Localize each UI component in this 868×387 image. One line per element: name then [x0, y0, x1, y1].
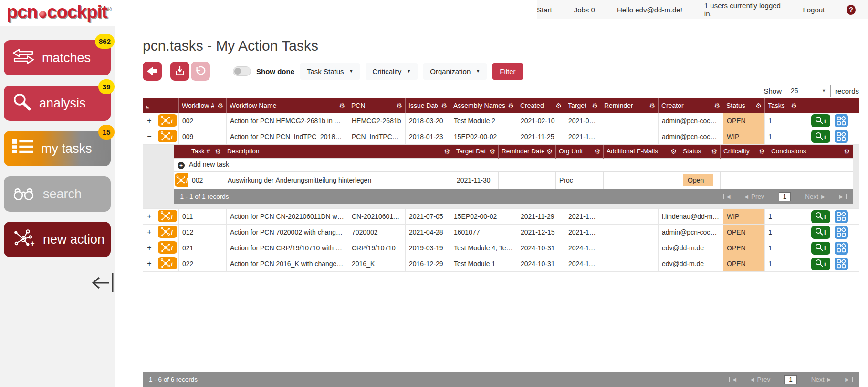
- analysis-info-button[interactable]: i: [811, 114, 830, 127]
- add-new-task-row[interactable]: +Add new task: [174, 159, 853, 172]
- analysis-info-button[interactable]: i: [811, 130, 830, 143]
- table-row[interactable]: + i 002 Action for PCN HEMCG2-2681b in A…: [143, 113, 859, 129]
- analysis-info-button[interactable]: i: [811, 242, 830, 255]
- current-page[interactable]: 1: [779, 192, 791, 201]
- header-reminder[interactable]: Reminder⚙: [601, 98, 659, 113]
- analysis-info-button[interactable]: i: [811, 258, 830, 270]
- filter-button[interactable]: Filter: [492, 63, 523, 80]
- table-row[interactable]: − i 009 Action for PCN PCN_IndTPC_201801…: [143, 129, 859, 144]
- column-settings-icon[interactable]: ⚙: [544, 148, 553, 155]
- header-workflow-number[interactable]: Workflow #⚙: [179, 98, 227, 113]
- criticality-dropdown[interactable]: Criticality ▼: [366, 63, 418, 80]
- sub-header-reminder-date[interactable]: Reminder Date⚙: [499, 145, 556, 159]
- column-settings-icon[interactable]: ⚙: [214, 102, 223, 109]
- next-page-button[interactable]: Next▶: [811, 376, 831, 383]
- sub-header-target-date[interactable]: Target Date⚙: [453, 145, 499, 159]
- column-settings-icon[interactable]: ⚙: [711, 102, 720, 109]
- analysis-info-button[interactable]: i: [811, 226, 830, 239]
- row-expander[interactable]: +: [143, 240, 156, 256]
- first-page-button[interactable]: ◀: [729, 377, 736, 382]
- header-target[interactable]: Target⚙: [565, 98, 601, 113]
- column-settings-icon[interactable]: ⚙: [708, 148, 717, 155]
- workflow-icon[interactable]: i: [158, 114, 177, 127]
- analysis-info-button[interactable]: i: [811, 210, 830, 223]
- column-settings-icon[interactable]: ⚙: [336, 102, 345, 109]
- row-expander[interactable]: +: [143, 113, 156, 129]
- page-size-select[interactable]: 25 ▼: [786, 85, 831, 97]
- matrix-view-button[interactable]: [835, 114, 848, 127]
- table-row[interactable]: + i 021 Action for PCN CRP/19/10710 with…: [143, 240, 859, 256]
- column-settings-icon[interactable]: ⚙: [486, 148, 495, 155]
- sub-header-criticality[interactable]: Criticality⚙: [721, 145, 768, 159]
- sub-header-status[interactable]: Status⚙: [680, 145, 721, 159]
- sidebar-item-matches[interactable]: matches 862: [4, 40, 111, 75]
- back-button[interactable]: [143, 62, 162, 81]
- matrix-view-button[interactable]: [835, 258, 848, 270]
- workflow-icon[interactable]: i: [158, 210, 177, 222]
- show-done-toggle[interactable]: [233, 66, 251, 76]
- prev-page-button[interactable]: ◀Prev: [751, 376, 770, 383]
- sidebar-item-new-action[interactable]: + new action: [4, 222, 111, 257]
- column-settings-icon[interactable]: ⚙: [591, 148, 600, 155]
- row-expander[interactable]: −: [143, 129, 156, 144]
- column-settings-icon[interactable]: ⚙: [753, 102, 762, 109]
- nav-start[interactable]: Start: [537, 6, 552, 14]
- table-row[interactable]: + i 012 Action for PCN 7020002 with chan…: [143, 225, 859, 240]
- table-row[interactable]: + i 022 Action for PCN 2016_K with chang…: [143, 256, 859, 272]
- header-issue-date[interactable]: Issue Date⚙: [406, 98, 450, 113]
- sub-header-conclusions[interactable]: Conclusions⚙: [768, 145, 853, 159]
- sidebar-item-analysis[interactable]: analysis 39: [4, 86, 111, 121]
- column-settings-icon[interactable]: ⚙: [212, 148, 221, 155]
- column-settings-icon[interactable]: ⚙: [668, 148, 677, 155]
- header-workflow-name[interactable]: Workflow Name⚙: [227, 98, 348, 113]
- workflow-icon[interactable]: i: [158, 257, 177, 269]
- header-pcn[interactable]: PCN⚙: [348, 98, 406, 113]
- header-creator[interactable]: Creator⚙: [659, 98, 723, 113]
- task-icon[interactable]: i: [175, 173, 188, 187]
- header-status[interactable]: Status⚙: [723, 98, 765, 113]
- header-created[interactable]: Created⚙: [517, 98, 565, 113]
- undo-button[interactable]: [191, 62, 210, 81]
- sub-header-task-number[interactable]: Task #⚙: [188, 145, 224, 159]
- column-settings-icon[interactable]: ⚙: [589, 102, 598, 109]
- import-button[interactable]: [170, 62, 189, 81]
- workflow-icon[interactable]: i: [158, 241, 177, 254]
- row-expander[interactable]: +: [143, 209, 156, 225]
- nav-logout[interactable]: Logout: [803, 6, 825, 14]
- matrix-view-button[interactable]: [835, 210, 848, 223]
- last-page-button[interactable]: ▶: [839, 194, 847, 199]
- organization-dropdown[interactable]: Organization ▼: [423, 63, 487, 80]
- first-page-button[interactable]: ◀: [723, 194, 731, 199]
- column-settings-icon[interactable]: ⚙: [756, 148, 765, 155]
- prev-page-button[interactable]: ◀Prev: [744, 193, 764, 200]
- sidebar-item-my-tasks[interactable]: my tasks 15: [4, 131, 111, 166]
- sub-header-additional-emails[interactable]: Additional E-Mails⚙: [604, 145, 680, 159]
- column-settings-icon[interactable]: ⚙: [788, 102, 797, 109]
- matrix-view-button[interactable]: [835, 242, 848, 255]
- header-tasks[interactable]: Tasks⚙: [765, 98, 800, 113]
- column-settings-icon[interactable]: ⚙: [438, 102, 447, 109]
- current-page[interactable]: 1: [784, 375, 797, 384]
- column-settings-icon[interactable]: ⚙: [841, 148, 850, 155]
- table-row[interactable]: + i 011 Action for PCN CN-202106011DN wi…: [143, 209, 859, 225]
- sidebar-collapse-icon[interactable]: [91, 272, 116, 295]
- header-sort-all[interactable]: ◣: [143, 98, 156, 113]
- matrix-view-button[interactable]: [835, 226, 848, 239]
- sub-header-description[interactable]: Description⚙: [224, 145, 453, 159]
- matrix-view-button[interactable]: [835, 130, 848, 143]
- task-row[interactable]: i 002 Auswirkung der Änderungsmitteilung…: [174, 172, 853, 189]
- column-settings-icon[interactable]: ⚙: [646, 102, 655, 109]
- workflow-icon[interactable]: i: [158, 226, 177, 238]
- last-page-button[interactable]: ▶: [845, 377, 853, 382]
- row-expander[interactable]: +: [143, 225, 156, 240]
- header-assembly-names[interactable]: Assembly Names⚙: [450, 98, 517, 113]
- column-settings-icon[interactable]: ⚙: [441, 148, 450, 155]
- column-settings-icon[interactable]: ⚙: [505, 102, 514, 109]
- task-status-dropdown[interactable]: Task Status ▼: [300, 63, 360, 80]
- help-icon[interactable]: ?: [847, 5, 856, 15]
- sidebar-item-search[interactable]: search: [4, 176, 111, 212]
- next-page-button[interactable]: Next▶: [805, 193, 825, 200]
- row-expander[interactable]: +: [143, 256, 156, 272]
- workflow-icon[interactable]: i: [158, 130, 177, 142]
- column-settings-icon[interactable]: ⚙: [553, 102, 562, 109]
